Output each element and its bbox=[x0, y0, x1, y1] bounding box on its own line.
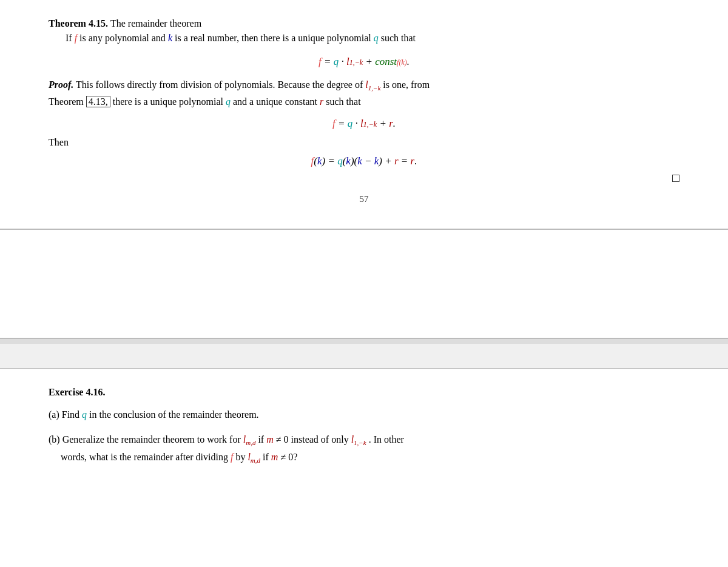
part-b-0end: 0? bbox=[288, 452, 297, 462]
part-a-text1: Find bbox=[62, 409, 82, 420]
part-b-m2: m bbox=[271, 452, 278, 462]
exercise-part-b: (b) Generalize the remainder theorem to … bbox=[49, 431, 679, 466]
part-b-f: f bbox=[231, 452, 233, 462]
formula3-minus: − bbox=[362, 155, 374, 167]
proof-text2: is one, from bbox=[383, 79, 430, 90]
part-b-l1k-sub: 1,−k bbox=[354, 439, 366, 446]
proof-q: q bbox=[226, 96, 231, 107]
formula2-q: q bbox=[348, 118, 353, 130]
formula3-plus: + bbox=[382, 155, 394, 167]
exercise-section: Exercise 4.16. (a) Find q in the conclus… bbox=[0, 368, 728, 567]
formula1-const: const bbox=[375, 56, 397, 68]
formula1-q: q bbox=[334, 56, 339, 68]
proof-block: Proof. This follows directly from divisi… bbox=[49, 76, 679, 110]
theorem-desc: The remainder theorem bbox=[110, 18, 201, 29]
formula3-k3: k bbox=[357, 155, 362, 167]
part-a-q: q bbox=[82, 409, 87, 420]
exercise-part-a: (a) Find q in the conclusion of the rema… bbox=[49, 406, 679, 423]
formula1-l-sub: 1,−k bbox=[349, 58, 363, 67]
theorem-block: Theorem 4.15. The remainder theorem If f… bbox=[49, 18, 679, 46]
then-block: Then bbox=[49, 137, 679, 148]
proof-text1: This follows directly from division of p… bbox=[76, 79, 365, 90]
theorem-body: If f is any polynomial and k is a real n… bbox=[66, 30, 679, 46]
body-text3: such that bbox=[381, 33, 416, 43]
body-text: is any polynomial and bbox=[79, 33, 166, 43]
f-var: f bbox=[75, 33, 79, 43]
formula2-dot: · bbox=[352, 118, 360, 130]
exercise-title: Exercise 4.16. bbox=[49, 387, 679, 398]
part-a-rest: in the conclusion of the remainder theor… bbox=[89, 409, 258, 420]
then-label: Then bbox=[49, 137, 69, 147]
formula1-dot: · bbox=[339, 56, 346, 68]
body-text2: is a real number, then there is a unique… bbox=[175, 33, 371, 43]
proof-text3: there is a unique polynomial bbox=[113, 96, 226, 107]
page-divider bbox=[0, 339, 728, 344]
theorem-num-val: 4.15. bbox=[89, 18, 108, 29]
part-b-m: m bbox=[266, 434, 274, 445]
part-b-0: 0 bbox=[284, 434, 289, 445]
theorem-ref: 4.13, bbox=[86, 96, 110, 107]
formula3-k-close2: )( bbox=[351, 155, 357, 167]
part-b-if2: if bbox=[263, 452, 271, 462]
formula2-row: f = q · l1,−k + r . bbox=[49, 118, 679, 130]
formula1-const-sub: f(k) bbox=[397, 58, 407, 67]
formula3-eq1: = bbox=[325, 155, 337, 167]
proof-l1k-sub: 1,−k bbox=[368, 84, 381, 92]
page-number: 57 bbox=[49, 194, 679, 204]
proof-theorem-ref-text: Theorem bbox=[49, 96, 86, 107]
formula3-k: k bbox=[317, 155, 322, 167]
qed-box bbox=[49, 175, 679, 182]
formula2-r: r bbox=[389, 118, 393, 130]
formula2-eq: = bbox=[335, 118, 348, 130]
formula3-k2: k bbox=[346, 155, 351, 167]
if-word: If bbox=[66, 33, 72, 43]
part-b-by: by bbox=[235, 452, 248, 462]
formula3-r1: r bbox=[394, 155, 399, 167]
theorem-title: Theorem 4.15. The remainder theorem bbox=[49, 18, 679, 29]
empty-section bbox=[0, 230, 728, 339]
formula3-eq2: = bbox=[399, 155, 411, 167]
formula1-eq: = bbox=[322, 56, 334, 68]
formula2-l-sub: 1,−k bbox=[363, 120, 377, 129]
part-b-text1: Generalize the remainder theorem to work… bbox=[62, 434, 243, 445]
proof-r: r bbox=[320, 96, 323, 107]
formula3-r2: r bbox=[411, 155, 415, 167]
theorem-label: Theorem bbox=[49, 18, 86, 29]
qed-square bbox=[672, 175, 679, 182]
k-var-inline: k bbox=[168, 33, 175, 43]
formula3-period: . bbox=[414, 155, 417, 167]
proof-label: Proof. bbox=[49, 79, 73, 90]
formula3-row: f ( k ) = q ( k )( k − k ) + r = r . bbox=[49, 155, 679, 167]
formula1-period: . bbox=[407, 56, 410, 68]
part-b-lmd-sub: m,d bbox=[246, 439, 255, 446]
part-b-text3: instead of only bbox=[291, 434, 351, 445]
formula2-plus: + bbox=[377, 118, 389, 130]
formula1-plus: + bbox=[363, 56, 375, 68]
part-a-label: (a) bbox=[49, 409, 59, 420]
part-b-neq: ≠ bbox=[276, 434, 284, 445]
part-b-if: if bbox=[258, 434, 266, 445]
part-b-label: (b) bbox=[49, 434, 60, 445]
formula1-row: f = q · l1,−k + constf(k) . bbox=[49, 56, 679, 68]
formula3-q: q bbox=[337, 155, 343, 167]
part-b-lmd2-sub: m,d bbox=[251, 457, 260, 464]
part-b-neq2: ≠ bbox=[280, 452, 288, 462]
q-var-inline: q bbox=[374, 33, 381, 43]
formula2-period: . bbox=[393, 118, 396, 130]
proof-text4: and a unique constant bbox=[233, 96, 320, 107]
proof-text5: such that bbox=[326, 96, 360, 107]
